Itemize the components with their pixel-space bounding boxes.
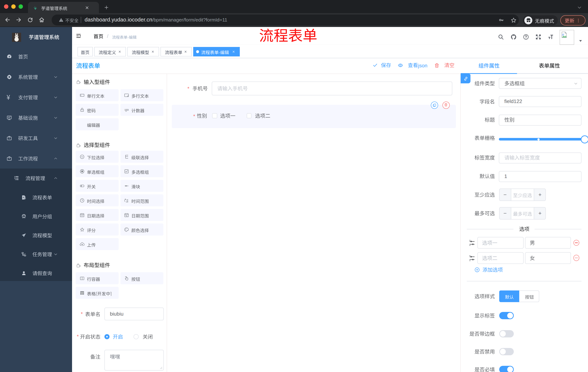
svg-text:123: 123 [125,108,129,111]
